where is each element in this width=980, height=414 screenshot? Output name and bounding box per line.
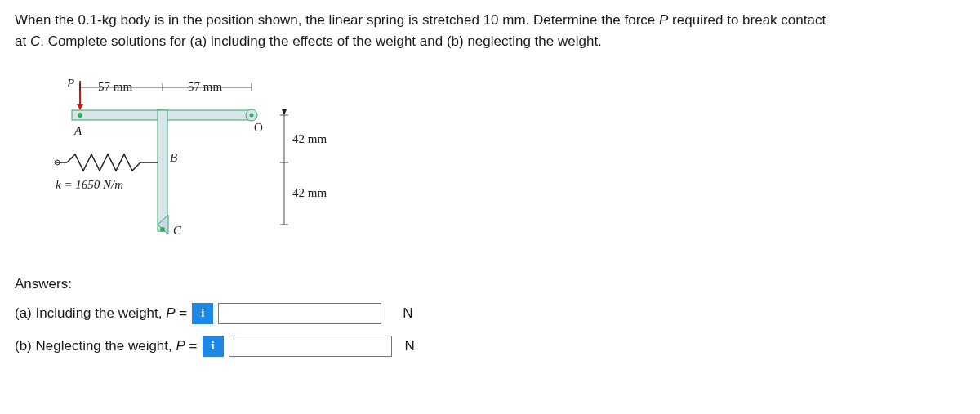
dim-right-label: 57 mm xyxy=(188,78,222,96)
svg-point-4 xyxy=(250,114,254,118)
svg-point-15 xyxy=(160,227,165,232)
point-a-label: A xyxy=(74,122,82,140)
problem-line1b: required to break contact xyxy=(668,12,826,28)
answer-a-input[interactable] xyxy=(218,303,381,324)
answer-b-label: (b) Neglecting the weight, P = xyxy=(15,336,198,357)
figure-svg xyxy=(47,69,358,249)
problem-statement: When the 0.1-kg body is in the position … xyxy=(15,10,965,51)
answers-heading: Answers: xyxy=(15,274,965,295)
dim-top-vertical: 42 mm xyxy=(292,130,327,149)
problem-force-symbol: P xyxy=(659,12,668,28)
answer-row-a: (a) Including the weight, P = i N xyxy=(15,303,965,324)
unit-label: N xyxy=(403,303,412,324)
problem-line2b: . Complete solutions for (a) including t… xyxy=(40,33,602,49)
svg-point-2 xyxy=(78,113,82,118)
point-c-label: C xyxy=(173,221,181,240)
dim-left-label: 57 mm xyxy=(98,78,132,96)
spring-constant: k = 1650 N/m xyxy=(56,176,123,194)
unit-label: N xyxy=(405,336,415,357)
figure-diagram: P 57 mm 57 mm A O B C 42 mm 42 mm k = 16… xyxy=(47,69,358,249)
force-p-label: P xyxy=(67,74,74,93)
point-b-label: B xyxy=(170,149,177,167)
svg-marker-21 xyxy=(282,109,287,115)
problem-line1a: When the 0.1-kg body is in the position … xyxy=(15,12,659,28)
problem-point-c: C xyxy=(30,33,40,49)
svg-marker-6 xyxy=(77,104,83,110)
dim-bot-vertical: 42 mm xyxy=(292,184,327,203)
info-icon[interactable]: i xyxy=(192,303,213,324)
answer-row-b: (b) Neglecting the weight, P = i N xyxy=(15,336,965,357)
problem-line2a: at xyxy=(15,33,30,49)
answer-a-label: (a) Including the weight, P = xyxy=(15,303,187,324)
answers-section: Answers: (a) Including the weight, P = i… xyxy=(15,274,965,357)
answer-b-input[interactable] xyxy=(229,336,392,357)
svg-rect-1 xyxy=(158,110,167,231)
info-icon[interactable]: i xyxy=(203,336,224,357)
point-o-label: O xyxy=(254,118,263,137)
